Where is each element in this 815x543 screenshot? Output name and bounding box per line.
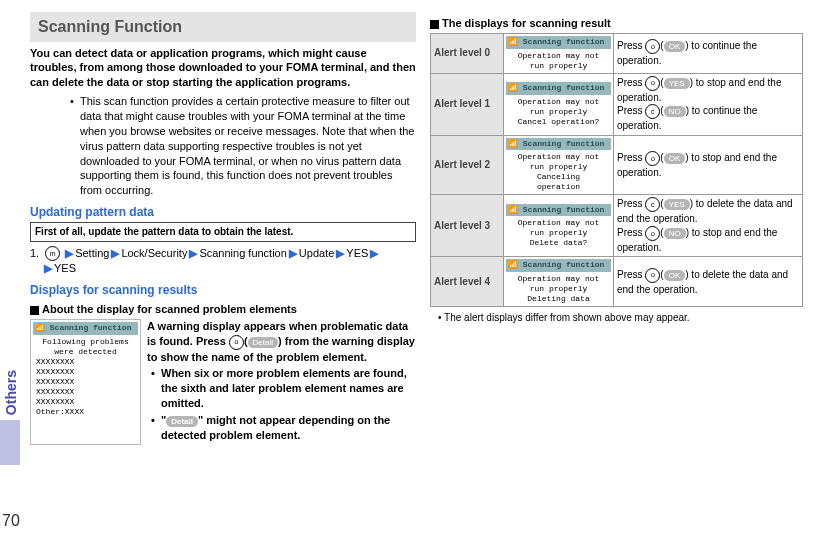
results-explanation: A warning display appears when problemat… — [147, 319, 416, 445]
problem-item: XXXXXXXX — [36, 367, 138, 377]
table-row: Alert level 2📶 Scanning functionOperatio… — [431, 135, 803, 195]
alert-level-table: Alert level 0📶 Scanning functionOperatio… — [430, 33, 803, 307]
alert-label: Alert level 1 — [431, 73, 504, 135]
detail-pill: Detail — [248, 337, 278, 348]
arrow-icon: ▶ — [370, 247, 378, 259]
side-color-block — [0, 420, 20, 457]
alert-label: Alert level 0 — [431, 33, 504, 73]
path-segment: Scanning function — [199, 247, 286, 259]
path-segment: YES — [54, 262, 76, 274]
lead-paragraph: You can detect data or application progr… — [30, 46, 416, 91]
path-segment: Lock/Security — [121, 247, 187, 259]
problem-item: XXXXXXXX — [36, 357, 138, 367]
alert-screenshot: 📶 Scanning functionOperation may notrun … — [504, 257, 614, 307]
section-title: Scanning Function — [30, 12, 416, 42]
path-segment: YES — [346, 247, 368, 259]
alert-label: Alert level 2 — [431, 135, 504, 195]
alert-action: Press c(YES) to delete the data and end … — [614, 195, 803, 257]
note-detail-missing: "Detail" might not appear depending on t… — [161, 413, 416, 443]
arrow-icon: ▶ — [44, 262, 52, 274]
scan-note: This scan function provides a certain pr… — [80, 94, 416, 198]
problem-item: XXXXXXXX — [36, 377, 138, 387]
updating-heading: Updating pattern data — [30, 204, 416, 220]
arrow-icon: ▶ — [65, 247, 73, 259]
alert-action: Press o(OK) to stop and end the operatio… — [614, 135, 803, 195]
arrow-icon: ▶ — [289, 247, 297, 259]
phone-screenshot-problems: 📶 Scanning function Following problemswe… — [30, 319, 141, 445]
table-row: Alert level 0📶 Scanning functionOperatio… — [431, 33, 803, 73]
alert-action: Press o(YES) to stop and end the operati… — [614, 73, 803, 135]
side-tab-label: Others — [2, 370, 21, 415]
alert-screenshot: 📶 Scanning functionOperation may notrun … — [504, 135, 614, 195]
arrow-icon: ▶ — [336, 247, 344, 259]
step-1: 1. m ▶Setting▶Lock/Security▶Scanning fun… — [30, 246, 416, 276]
alert-label: Alert level 3 — [431, 195, 504, 257]
note-six-or-more: When six or more problem elements are fo… — [161, 366, 416, 411]
table-row: Alert level 3📶 Scanning functionOperatio… — [431, 195, 803, 257]
alert-screenshot: 📶 Scanning functionOperation may notrun … — [504, 33, 614, 73]
arrow-icon: ▶ — [189, 247, 197, 259]
step-number: 1. — [30, 246, 42, 261]
path-segment: Setting — [75, 247, 109, 259]
arrow-icon: ▶ — [111, 247, 119, 259]
right-header: The displays for scanning result — [430, 16, 803, 31]
results-subheader: About the display for scanned problem el… — [30, 302, 416, 317]
results-heading: Displays for scanning results — [30, 282, 416, 298]
problem-item: XXXXXXXX — [36, 397, 138, 407]
alert-label: Alert level 4 — [431, 257, 504, 307]
ok-icon: o — [229, 335, 244, 350]
problem-item: XXXXXXXX — [36, 387, 138, 397]
antenna-icon: 📶 — [35, 323, 45, 332]
alert-screenshot: 📶 Scanning functionOperation may notrun … — [504, 73, 614, 135]
path-segment: Update — [299, 247, 334, 259]
update-callout: First of all, update the pattern data to… — [30, 222, 416, 242]
problem-item: Other:XXXX — [36, 407, 138, 417]
alert-action: Press o(OK) to continue the operation. — [614, 33, 803, 73]
table-row: Alert level 1📶 Scanning functionOperatio… — [431, 73, 803, 135]
alert-action: Press o(OK) to delete the data and end t… — [614, 257, 803, 307]
table-row: Alert level 4📶 Scanning functionOperatio… — [431, 257, 803, 307]
menu-icon: m — [45, 246, 60, 261]
alert-screenshot: 📶 Scanning functionOperation may notrun … — [504, 195, 614, 257]
table-footnote: The alert displays differ from shown abo… — [438, 311, 803, 325]
